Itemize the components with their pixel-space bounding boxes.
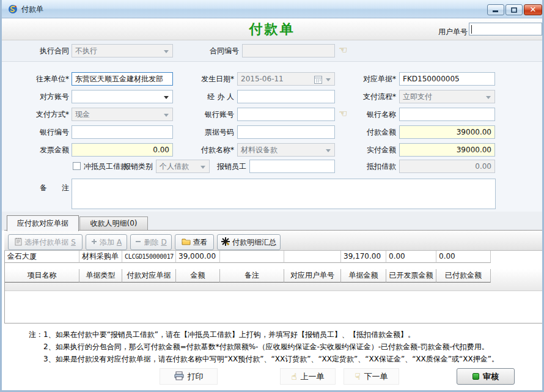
col-invoiced-amount: 已开发票金额	[386, 269, 436, 283]
expense-emp-input[interactable]	[249, 160, 335, 173]
handler-input[interactable]	[237, 90, 335, 103]
pay-amount-label: 付款金额	[342, 125, 396, 139]
select-pay-doc-button: 选择付款单据S	[8, 234, 83, 250]
chevron-down-icon	[326, 78, 331, 81]
chevron-down-icon	[164, 114, 169, 117]
ref-doc-label: 对应单据*	[342, 72, 396, 86]
offset-loan-checkbox[interactable]	[73, 162, 81, 170]
chevron-down-icon	[486, 96, 491, 99]
chevron-down-icon	[164, 50, 169, 53]
remark-textarea[interactable]	[72, 179, 496, 209]
party-account-label: 对方账号	[15, 90, 69, 103]
col-doc-amount: 单据金额	[341, 269, 386, 283]
exec-contract-label: 执行合同	[15, 44, 69, 57]
partner-input[interactable]: 东营区天顺五金建材批发部	[72, 72, 173, 86]
detail-toolbar: 选择付款单据S 添加A 删除D 查看 付款明细汇总	[4, 230, 543, 251]
print-button[interactable]: 打印	[160, 368, 218, 385]
note-line-1: 注：1、如果在付款中要“报销员工借款”，请在【冲抵员工借款】上打钩，并填写好【报…	[29, 330, 415, 340]
bill-no-input[interactable]	[237, 125, 335, 139]
pay-amount-input[interactable]: 39000.00	[399, 125, 495, 139]
col-user-doc-no: 对应用户单号	[284, 269, 341, 283]
hand-up-icon: ☝	[291, 371, 296, 382]
app-logo-icon	[8, 4, 18, 16]
expense-emp-label: 报销员工	[217, 160, 246, 173]
chevron-down-icon	[164, 96, 169, 99]
invoice-amount-input[interactable]: 0.00	[72, 143, 173, 157]
partner-label: 往来单位*	[15, 72, 69, 86]
expense-type-label: 报销类别	[122, 160, 153, 173]
party-account-combobox[interactable]	[72, 90, 173, 103]
chevron-down-icon	[326, 149, 331, 152]
expense-type-dropdown: 个人借款	[156, 160, 210, 173]
next-doc-button[interactable]: ☟ 下一单	[344, 368, 399, 385]
deduct-loan-label: 抵扣借款	[342, 160, 396, 173]
contract-no-input	[242, 44, 335, 57]
col-paid-amount: 已付款金额	[436, 269, 491, 283]
pay-method-dropdown: 现金	[72, 108, 173, 121]
payable-docs-table: 项目名称 单据类型 付款对应单据 金额 备注 对应用户单号 单据金额 已开发票金…	[4, 251, 543, 324]
contract-lookup-hand-icon[interactable]: ☜	[339, 43, 351, 57]
minus-icon	[135, 238, 141, 246]
previous-doc-button[interactable]: ☝ 上一单	[280, 368, 336, 385]
bank-name-label: 银行名称	[342, 108, 396, 121]
tab-payable-docs[interactable]: 应付款对应单据	[7, 215, 79, 231]
delete-button: 删除D	[130, 234, 172, 250]
plus-icon	[91, 238, 97, 246]
contract-no-label: 合同编号	[188, 44, 239, 57]
payment-summary-button[interactable]: 付款明细汇总	[217, 234, 281, 250]
invoice-amount-label: 发票金额	[15, 143, 69, 157]
bill-no-label: 票据号码	[185, 125, 234, 139]
close-button[interactable]: ✕	[524, 4, 542, 15]
col-remark: 备注	[220, 269, 284, 283]
view-button[interactable]: 查看	[175, 234, 214, 250]
maximize-button[interactable]	[505, 4, 523, 15]
printer-icon	[174, 371, 184, 382]
document-icon	[15, 237, 22, 248]
text-caret	[471, 25, 472, 34]
audit-button[interactable]: 审核	[457, 368, 515, 385]
calendar-icon	[314, 75, 322, 86]
pay-method-label: 支付方式*	[15, 108, 69, 121]
date-picker: 2015-06-11	[237, 72, 335, 86]
col-doc-type: 单据类型	[79, 269, 122, 283]
user-no-label: 用户单号	[438, 25, 468, 39]
note-line-3: 3、如果是付款没有对应付款单据，请在付款名称中写明“XX预付款”、“XX订货款”…	[43, 354, 499, 364]
add-button: 添加A	[86, 234, 127, 250]
col-amount: 金额	[176, 269, 220, 283]
bank-code-label: 银行编号	[15, 125, 69, 139]
date-label: 发生日期*	[185, 72, 234, 86]
folder-icon	[182, 238, 191, 247]
bank-account-input[interactable]	[237, 108, 335, 121]
minimize-button[interactable]	[487, 4, 504, 15]
deduct-loan-input: 0.00	[399, 160, 495, 173]
ref-doc-input[interactable]: FKD150000005	[399, 72, 495, 86]
handler-label: 经 办 人	[185, 90, 234, 103]
bank-name-input[interactable]	[399, 108, 495, 121]
payment-order-window: 付款单 ✕ 付款单 用户单号 执行合同 不执行 合同编号 ☜	[0, 0, 544, 392]
actual-amount-input[interactable]: 39000.00	[399, 143, 495, 157]
chevron-down-icon	[200, 166, 205, 169]
pay-flow-dropdown: 立即支付	[399, 90, 495, 103]
actual-amount-label: 实付金额	[342, 143, 396, 157]
hand-down-icon: ☟	[355, 371, 360, 382]
note-line-2: 2、如果执行的分包合同，那么可付款金额=付款基数*付款限额%-（应收履约保证金-…	[43, 342, 489, 352]
table-header-row: 项目名称 单据类型 付款对应单据 金额 备注 对应用户单号 单据金额 已开发票金…	[5, 269, 544, 291]
pay-flow-label: 支付流程*	[342, 90, 396, 103]
pay-name-dropdown: 材料设备款	[237, 143, 335, 157]
tab-payee-detail[interactable]: 收款人明细(0)	[79, 216, 148, 231]
green-square-icon	[472, 373, 479, 380]
titlebar: 付款单 ✕	[2, 0, 542, 18]
bank-code-input[interactable]	[72, 125, 173, 139]
col-pay-ref-doc: 付款对应单据	[122, 269, 176, 283]
col-project-name: 项目名称	[5, 269, 79, 283]
pay-name-label: 付款名称*	[185, 143, 234, 157]
burst-pencil-icon	[221, 237, 230, 248]
table-row[interactable]: 金石大厦 材料采购单 CLCGD150000017 39,000.00 39,1…	[5, 251, 543, 263]
exec-contract-dropdown: 不执行	[72, 44, 173, 57]
window-title: 付款单	[21, 0, 43, 18]
user-no-input[interactable]	[469, 23, 542, 35]
bank-account-label: 银行账号	[185, 108, 234, 121]
remark-label: 备 注	[15, 181, 69, 194]
